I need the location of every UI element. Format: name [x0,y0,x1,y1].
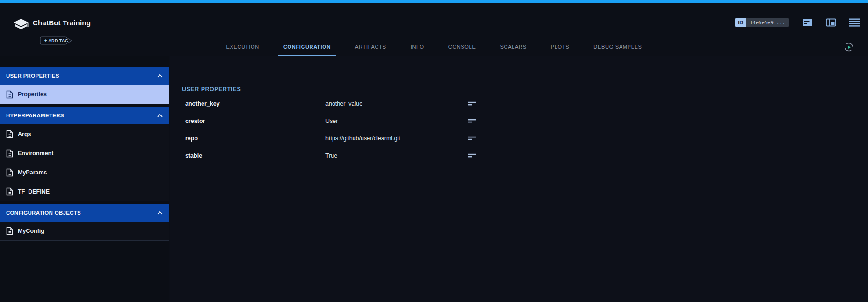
sidebar-item-properties[interactable]: Properties [0,85,169,104]
property-value: User [326,118,468,124]
tab-plots[interactable]: PLOTS [546,40,575,56]
property-row: stable True [185,147,868,164]
auto-refresh-play-icon [844,42,854,52]
tab-configuration[interactable]: CONFIGURATION [278,40,336,56]
sidebar-item-myconfig[interactable]: MyConfig [0,222,169,241]
section-title: USER PROPERTIES [6,73,59,79]
side-panel-icon [826,18,836,27]
app-logo-icon [12,17,30,34]
property-key: creator [185,118,326,124]
experiment-detail-screen: COMPLETED ChatBot Training + ADD TAG ID … [0,0,868,302]
sidebar-item-label: MyConfig [18,228,44,234]
experiment-id-badge[interactable]: ID f4e6e5e9 ... [735,18,789,27]
property-value: https://github/user/clearml.git [326,135,468,142]
property-row: repo https://github/user/clearml.git [185,129,868,147]
sidebar-item-label: Environment [18,150,53,157]
chevron-up-icon [157,74,163,78]
chevron-up-icon [157,114,163,117]
row-action-button[interactable] [468,153,487,158]
panel-heading: USER PROPERTIES [182,86,868,93]
document-icon [6,187,13,196]
menu-button[interactable] [849,18,860,27]
sidebar-item-label: MyParams [18,169,47,176]
align-left-icon [468,153,477,158]
experiment-title: ChatBot Training [33,19,91,27]
sidebar-section-configuration-objects[interactable]: CONFIGURATION OBJECTS [0,204,169,222]
tab-info[interactable]: INFO [405,40,429,56]
document-icon [6,168,13,177]
row-action-button[interactable] [468,118,487,124]
tab-execution[interactable]: EXECUTION [221,40,264,56]
property-key: repo [185,135,326,142]
id-label: ID [735,18,746,27]
chevron-up-icon [157,211,163,215]
section-title: HYPERPARAMETERS [6,113,64,118]
section-title: CONFIGURATION OBJECTS [6,210,81,216]
document-icon [6,227,13,235]
sidebar-section-user-properties[interactable]: USER PROPERTIES [0,67,169,85]
tab-scalars[interactable]: SCALARS [495,40,531,56]
side-panel-button[interactable] [826,18,836,27]
top-accent-bar [0,0,868,3]
document-icon [6,149,13,158]
property-row: another_key another_value [185,95,868,112]
property-value: another_value [326,101,468,107]
menu-icon [849,18,860,27]
tab-artifacts[interactable]: ARTIFACTS [350,40,391,56]
tab-debug-samples[interactable]: DEBUG SAMPLES [588,40,647,56]
document-icon [6,130,13,138]
description-button[interactable] [802,18,813,27]
align-left-icon [468,136,477,141]
tab-console[interactable]: CONSOLE [443,40,481,56]
config-sidebar: USER PROPERTIES Properties HYPERPARAMETE… [0,56,169,302]
sidebar-item-args[interactable]: Args [0,124,169,144]
document-icon [6,90,13,99]
sidebar-item-environment[interactable]: Environment [0,144,169,163]
sidebar-section-hyperparameters[interactable]: HYPERPARAMETERS [0,107,169,124]
sidebar-item-tf-define[interactable]: TF_DEFINE [0,182,169,201]
property-row: creator User [185,112,868,129]
sidebar-item-myparams[interactable]: MyParams [0,163,169,182]
row-action-button[interactable] [468,101,487,107]
id-value: f4e6e5e9 ... [746,18,789,27]
property-key: another_key [185,101,326,107]
auto-refresh-button[interactable] [844,42,854,52]
property-key: stable [185,152,326,159]
sidebar-item-label: Args [18,131,31,137]
align-left-icon [468,101,477,107]
align-left-icon [468,118,477,124]
description-icon [802,18,813,27]
row-action-button[interactable] [468,136,487,141]
sidebar-item-label: TF_DEFINE [18,188,50,195]
user-properties-panel: USER PROPERTIES another_key another_valu… [170,56,868,302]
sidebar-item-label: Properties [18,91,47,98]
property-value: True [326,152,468,159]
tab-bar: EXECUTION CONFIGURATION ARTIFACTS INFO C… [0,40,868,56]
